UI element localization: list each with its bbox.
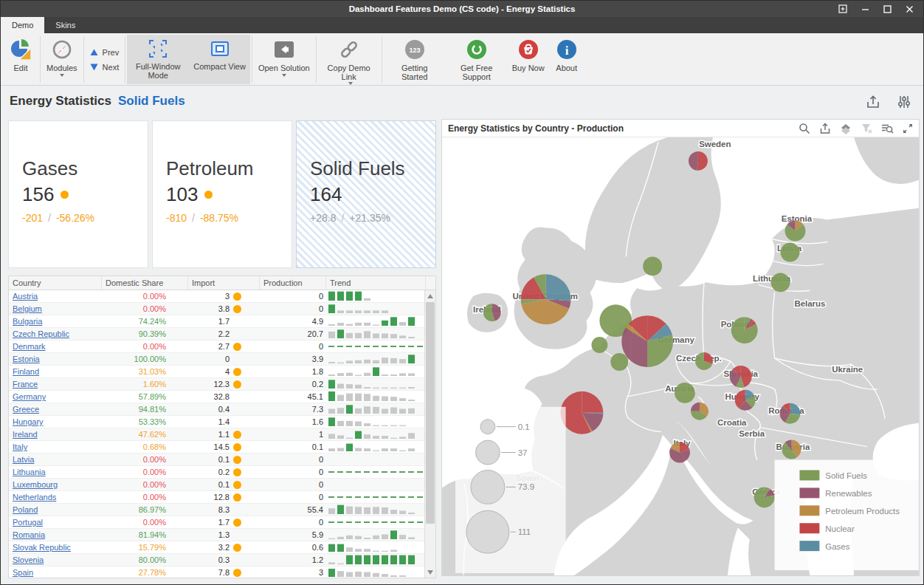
pie-marker-greece[interactable]	[754, 487, 775, 507]
country-link[interactable]: Slovenia	[13, 555, 44, 564]
close-button[interactable]	[898, 1, 920, 17]
zoom-icon[interactable]	[798, 122, 811, 135]
table-row-romania[interactable]: Romania81.94%1.35.9	[9, 529, 424, 541]
column-header-production[interactable]: Production	[260, 276, 326, 290]
country-link[interactable]: Romania	[13, 530, 45, 539]
maximize-icon[interactable]	[901, 122, 914, 135]
parameters-icon[interactable]	[897, 95, 911, 112]
table-row-hungary[interactable]: Hungary53.33%1.41.6	[9, 416, 424, 428]
country-link[interactable]: Hungary	[13, 417, 44, 426]
legend-item-gases[interactable]: Gases	[799, 541, 849, 551]
scrollbar-thumb[interactable]	[426, 302, 435, 524]
table-row-czech-republic[interactable]: Czech Republic90.39%2.220.7	[9, 328, 424, 341]
country-link[interactable]: Latvia	[13, 455, 34, 464]
country-link[interactable]: Greece	[13, 405, 39, 414]
card-solid-fuels[interactable]: Solid Fuels164+28.8/+21.35%	[296, 120, 436, 268]
table-row-finland[interactable]: Finland31.03%41.8	[9, 366, 424, 378]
open-solution-button[interactable]: Open Solution	[254, 35, 314, 84]
table-row-netherlands[interactable]: Netherlands0.00%12.80	[9, 491, 424, 504]
table-row-ireland[interactable]: Ireland47.62%1.11	[9, 428, 424, 441]
pie-marker-slovenia[interactable]	[691, 403, 708, 420]
country-link[interactable]: Bulgaria	[13, 317, 42, 326]
layers-icon[interactable]	[839, 122, 852, 135]
table-row-belgium[interactable]: Belgium0.00%3.80	[9, 303, 424, 315]
table-row-luxembourg[interactable]: Luxembourg0.00%0.10	[9, 479, 424, 491]
minimize-button[interactable]	[854, 1, 876, 17]
compact-view-button[interactable]: Compact View	[189, 35, 250, 84]
country-link[interactable]: Italy	[13, 442, 27, 451]
europe-map[interactable]: SwedenEstoniaLatviaLithuaniaBelarusIrela…	[442, 137, 919, 575]
legend-item-solid-fuels[interactable]: Solid Fuels	[799, 470, 867, 480]
column-header-import[interactable]: Import	[188, 276, 260, 290]
pie-marker-austria[interactable]	[675, 383, 695, 403]
grid-scrollbar[interactable]	[424, 290, 435, 578]
buy-now-button[interactable]: Buy Now	[508, 35, 549, 84]
country-link[interactable]: Finland	[13, 367, 39, 376]
country-link[interactable]: Lithuania	[13, 468, 46, 476]
table-row-poland[interactable]: Poland86.97%8.355.4	[9, 504, 424, 516]
column-header-domestic-share[interactable]: Domestic Share	[102, 276, 188, 290]
prev-button[interactable]: Prev	[90, 48, 120, 57]
pie-marker-lithuania[interactable]	[771, 273, 790, 292]
country-link[interactable]: Germany	[13, 392, 46, 401]
pie-marker-bulgaria[interactable]	[782, 440, 801, 459]
pie-marker-estonia[interactable]	[785, 221, 806, 242]
country-link[interactable]: Ireland	[13, 430, 38, 439]
pie-marker-luxembourg[interactable]	[610, 353, 628, 371]
export-icon[interactable]	[866, 95, 880, 112]
about-button[interactable]: i About	[549, 35, 585, 84]
table-row-latvia[interactable]: Latvia0.00%0.10	[9, 454, 424, 466]
tab-demo[interactable]: Demo	[1, 17, 44, 33]
pie-marker-sweden[interactable]	[689, 151, 708, 171]
full-window-mode-button[interactable]: Full-Window Mode	[127, 35, 189, 84]
scroll-down-icon[interactable]	[425, 567, 435, 578]
table-row-france[interactable]: France1.60%12.30.2	[9, 378, 424, 391]
country-link[interactable]: Estonia	[13, 355, 40, 363]
export-icon[interactable]	[818, 122, 832, 135]
get-free-support-button[interactable]: Get Free Support	[446, 35, 508, 84]
table-row-germany[interactable]: Germany57.89%32.845.1	[9, 391, 424, 403]
pie-marker-united-kingdom[interactable]	[521, 274, 571, 324]
table-row-lithuania[interactable]: Lithuania0.00%0.20	[9, 466, 424, 479]
pie-marker-poland[interactable]	[731, 317, 758, 343]
country-link[interactable]: Netherlands	[13, 493, 56, 502]
table-row-bulgaria[interactable]: Bulgaria74.24%1.74.9	[9, 315, 424, 328]
pie-marker-belgium[interactable]	[591, 337, 607, 353]
table-row-portugal[interactable]: Portugal0.00%1.70	[9, 516, 424, 529]
country-link[interactable]: Portugal	[13, 518, 43, 527]
country-link[interactable]: Poland	[13, 505, 38, 514]
legend-item-renewables[interactable]: Renewables	[799, 488, 872, 498]
modules-button[interactable]: Modules	[42, 35, 82, 84]
country-link[interactable]: Austria	[13, 292, 38, 301]
pie-marker-germany[interactable]	[621, 315, 673, 367]
clear-filter-icon[interactable]	[860, 122, 873, 135]
country-link[interactable]: Slovak Republic	[13, 543, 71, 552]
page-subtitle-filter[interactable]: Solid Fuels	[118, 94, 185, 109]
table-row-denmark[interactable]: Denmark0.00%2.70	[9, 341, 424, 353]
edit-button[interactable]: Edit	[3, 35, 38, 84]
legend-item-petroleum-products[interactable]: Petroleum Products	[799, 505, 900, 516]
country-link[interactable]: Czech Republic	[13, 329, 69, 338]
next-button[interactable]: Next	[90, 63, 120, 72]
inspect-data-icon[interactable]	[880, 122, 894, 135]
table-row-greece[interactable]: Greece94.81%0.47.3	[9, 403, 424, 416]
country-link[interactable]: France	[13, 380, 38, 389]
country-link[interactable]: Luxembourg	[13, 480, 58, 489]
table-row-estonia[interactable]: Estonia100.00%03.9	[9, 353, 424, 366]
copy-demo-link-button[interactable]: Copy Demo Link	[318, 35, 380, 84]
pie-marker-italy[interactable]	[669, 442, 690, 463]
table-row-spain[interactable]: Spain27.78%7.83	[9, 567, 424, 578]
table-row-slovak-republic[interactable]: Slovak Republic15.79%3.20.6	[9, 541, 424, 554]
table-row-italy[interactable]: Italy0.68%14.50.1	[9, 441, 424, 454]
pie-marker-latvia[interactable]	[781, 243, 800, 262]
table-row-austria[interactable]: Austria0.00%30	[9, 290, 424, 303]
scroll-up-icon[interactable]	[425, 290, 435, 301]
table-row-slovenia[interactable]: Slovenia80.00%0.31.2	[9, 554, 424, 567]
country-link[interactable]: Belgium	[13, 304, 42, 313]
column-header-trend[interactable]: Trend	[326, 276, 426, 290]
pie-marker-romania[interactable]	[780, 403, 801, 424]
tab-skins[interactable]: Skins	[44, 17, 86, 33]
country-link[interactable]: Spain	[13, 568, 33, 577]
country-link[interactable]: Denmark	[13, 342, 46, 351]
getting-started-button[interactable]: 123 Getting Started	[384, 35, 446, 84]
